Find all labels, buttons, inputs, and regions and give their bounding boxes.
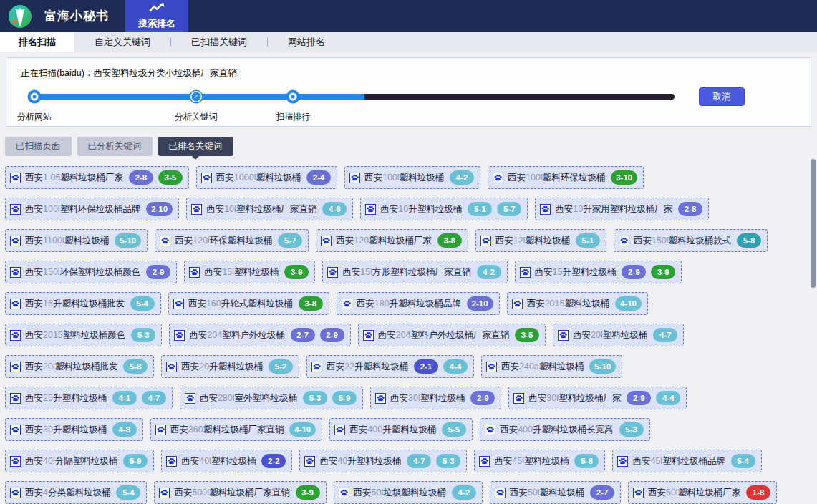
keyword-label: 西安40l分隔塑料垃圾桶 bbox=[25, 455, 117, 467]
keyword-tag[interactable]: 西安20l塑料垃圾桶 4-7 bbox=[553, 324, 684, 346]
rank-badge: 3-9 bbox=[296, 485, 320, 500]
progress-bar: ✓ bbox=[28, 94, 675, 100]
keyword-label: 西安20l塑料垃圾桶 bbox=[573, 329, 647, 341]
filter-ranked-keywords[interactable]: 已排名关键词 bbox=[158, 137, 233, 156]
rank-badges: 4-10 bbox=[288, 422, 316, 437]
keyword-tag[interactable]: 西安15升塑料垃圾桶 2-93-9 bbox=[515, 261, 682, 284]
keyword-tag[interactable]: 西安50l塑料垃圾桶 2-7 bbox=[490, 481, 621, 504]
tab-rank-scan[interactable]: 排名扫描 bbox=[0, 32, 74, 52]
paw-icon bbox=[349, 173, 360, 183]
keyword-label: 西安500l塑料垃圾桶厂家直销 bbox=[174, 487, 289, 499]
rank-badges: 4-8 bbox=[111, 422, 137, 437]
tab-scanned-keywords[interactable]: 已扫描关键词 bbox=[171, 32, 267, 52]
keyword-tag[interactable]: 西安280l室外塑料垃圾桶 5-35-9 bbox=[180, 387, 363, 410]
keyword-tag[interactable]: 西安120塑料垃圾桶厂家 3-8 bbox=[316, 229, 468, 252]
keyword-tag[interactable]: 西安12l塑料垃圾桶 5-1 bbox=[475, 229, 606, 252]
rank-badges: 5-2 bbox=[267, 359, 293, 374]
keyword-tag[interactable]: 西安15l塑料垃圾桶 3-9 bbox=[184, 261, 315, 284]
keyword-tag[interactable]: 西安150l环保塑料垃圾桶颜色 2-9 bbox=[5, 261, 177, 284]
keyword-label: 西安240a塑料垃圾桶 bbox=[501, 361, 584, 373]
tab-custom-keywords[interactable]: 自定义关键词 bbox=[74, 32, 170, 52]
step-label-analyze-site: 分析网站 bbox=[17, 111, 52, 123]
rank-badges: 4-14-7 bbox=[111, 391, 166, 405]
keyword-tag[interactable]: 西安1000l塑料垃圾桶 2-4 bbox=[196, 166, 337, 189]
keyword-tag[interactable]: 西安400升塑料垃圾桶长宽高 5-3 bbox=[480, 418, 649, 441]
rank-badge: 5-1 bbox=[576, 233, 600, 248]
keyword-tag[interactable]: 西安400升塑料垃圾桶 5-5 bbox=[329, 418, 473, 441]
keyword-tag[interactable]: 西安10升塑料垃圾桶 5-15-7 bbox=[360, 198, 528, 220]
filter-scanned-pages[interactable]: 已扫描页面 bbox=[5, 137, 72, 156]
keyword-tag[interactable]: 西安2015塑料垃圾桶颜色 5-3 bbox=[5, 324, 162, 346]
keyword-tag[interactable]: 西安120l环保塑料垃圾桶 5-7 bbox=[155, 229, 309, 252]
keyword-tag[interactable]: 西安25升塑料垃圾桶 4-14-7 bbox=[5, 387, 173, 410]
nav-tab-label: 搜索排名 bbox=[138, 17, 175, 30]
keyword-tag[interactable]: 西安100l塑料环保垃圾桶品牌 2-10 bbox=[5, 198, 179, 220]
keyword-tag[interactable]: 西安4分类塑料垃圾桶 5-4 bbox=[5, 481, 147, 504]
keyword-tag[interactable]: 西安22升塑料垃圾桶 2-14-4 bbox=[306, 355, 474, 378]
keyword-tag[interactable]: 西安40升塑料垃圾桶 4-75-3 bbox=[299, 450, 467, 472]
keyword-tag[interactable]: 西安360塑料垃圾桶厂家直销 4-10 bbox=[150, 418, 322, 441]
rank-badge: 2-7 bbox=[590, 485, 614, 500]
keyword-label: 西安40升塑料垃圾桶 bbox=[319, 455, 401, 467]
rank-badge: 2-9 bbox=[470, 391, 495, 405]
keyword-tag[interactable]: 西安30l塑料垃圾桶 2-9 bbox=[370, 387, 501, 410]
keyword-tag[interactable]: 西安204塑料户外垃圾桶厂家直销 3-5 bbox=[358, 324, 546, 346]
keyword-tag[interactable]: 西安160升轮式塑料垃圾桶 3-8 bbox=[168, 292, 329, 315]
nav-tab-search-ranking[interactable]: 搜索排名 bbox=[125, 0, 188, 32]
keyword-label: 西安15升塑料垃圾桶批发 bbox=[25, 298, 125, 310]
keyword-tag[interactable]: 西安20l塑料垃圾桶批发 5-8 bbox=[5, 355, 154, 378]
rank-badge: 4-4 bbox=[443, 359, 468, 374]
rank-badge: 3-8 bbox=[299, 296, 323, 311]
keyword-tag[interactable]: 西安50l垃圾塑料垃圾桶 4-2 bbox=[334, 481, 483, 504]
keyword-tag[interactable]: 西安45l塑料垃圾桶品牌 5-4 bbox=[612, 450, 761, 472]
rank-badge: 5-4 bbox=[731, 454, 755, 468]
keyword-tag[interactable]: 西安30升塑料垃圾桶 4-8 bbox=[5, 418, 143, 441]
tab-site-ranking[interactable]: 网站排名 bbox=[268, 32, 345, 52]
paw-icon bbox=[201, 173, 212, 183]
rank-badges: 5-5 bbox=[440, 422, 466, 437]
rank-badges: 2-4 bbox=[305, 170, 331, 185]
keyword-tag[interactable]: 西安100l塑料垃圾桶 4-2 bbox=[344, 166, 480, 189]
keyword-tag[interactable]: 西安30l塑料垃圾桶厂家 2-94-4 bbox=[508, 387, 687, 410]
rank-badge: 4-6 bbox=[322, 202, 347, 216]
paw-icon bbox=[619, 236, 629, 246]
keyword-row: 西安30升塑料垃圾桶 4-8 西安360塑料垃圾桶厂家直销 4-10 西安400… bbox=[0, 418, 817, 441]
rank-badges: 3-10 bbox=[609, 170, 637, 185]
keyword-tag[interactable]: 西安180升塑料垃圾桶品牌 2-10 bbox=[337, 292, 500, 315]
rank-badges: 2-9 bbox=[145, 265, 170, 279]
scrollbar-thumb[interactable] bbox=[811, 159, 816, 288]
cancel-button[interactable]: 取消 bbox=[699, 87, 745, 106]
filter-analyzed-keywords[interactable]: 已分析关键词 bbox=[77, 137, 153, 156]
keyword-label: 西安100l塑料环保垃圾桶 bbox=[508, 172, 605, 184]
keyword-tag[interactable]: 西安20升塑料垃圾桶 5-2 bbox=[161, 355, 299, 378]
keyword-tag[interactable]: 西安40l塑料垃圾桶 2-2 bbox=[161, 450, 292, 472]
keyword-tag[interactable]: 西安15升塑料垃圾桶批发 5-4 bbox=[5, 292, 161, 315]
keyword-tag[interactable]: 西安10l塑料垃圾桶厂家直销 4-6 bbox=[186, 198, 353, 220]
keyword-tag[interactable]: 西安500l塑料垃圾桶厂家直销 3-9 bbox=[154, 481, 326, 504]
keyword-label: 西安100l塑料垃圾桶 bbox=[364, 172, 444, 184]
paw-icon bbox=[540, 204, 551, 215]
keyword-tag[interactable]: 西安100l塑料环保垃圾桶 3-10 bbox=[488, 166, 644, 189]
keyword-row: 西安150l环保塑料垃圾桶颜色 2-9 西安15l塑料垃圾桶 3-9 西安15l… bbox=[0, 261, 817, 284]
keyword-tag[interactable]: 西安240a塑料垃圾桶 5-10 bbox=[481, 355, 622, 378]
keyword-tag[interactable]: 西安1100l塑料垃圾桶 5-10 bbox=[5, 229, 148, 252]
rank-badges: 5-8 bbox=[122, 359, 148, 374]
keyword-row: 西安1.05塑料垃圾桶厂家 2-83-5 西安1000l塑料垃圾桶 2-4 西安… bbox=[0, 166, 817, 189]
keyword-tag[interactable]: 西安1.05塑料垃圾桶厂家 2-83-5 bbox=[5, 166, 189, 189]
keyword-label: 西安400升塑料垃圾桶长宽高 bbox=[500, 424, 613, 436]
tab-strip: 排名扫描 自定义关键词 已扫描关键词 网站排名 bbox=[0, 32, 817, 52]
keyword-tag[interactable]: 西安45l塑料垃圾桶 5-8 bbox=[474, 450, 605, 472]
keyword-label: 西安45l塑料垃圾桶品牌 bbox=[632, 455, 725, 467]
keyword-label: 西安50l塑料垃圾桶厂家 bbox=[648, 487, 740, 499]
keyword-tag[interactable]: 西安150l塑料垃圾桶款式 5-8 bbox=[614, 229, 768, 252]
keyword-tag[interactable]: 西安15l方形塑料垃圾桶厂家直销 4-2 bbox=[322, 261, 507, 284]
keyword-tag[interactable]: 西安50l塑料垃圾桶厂家 1-8 bbox=[628, 481, 777, 504]
keyword-tag[interactable]: 西安40l分隔塑料垃圾桶 5-9 bbox=[5, 450, 154, 472]
paw-icon bbox=[479, 456, 490, 467]
rank-badge: 2-10 bbox=[146, 202, 173, 216]
keyword-tag[interactable]: 西安204塑料户外垃圾桶 2-72-9 bbox=[169, 324, 350, 346]
keyword-tag[interactable]: 西安10升家用塑料垃圾桶厂家 2-8 bbox=[535, 198, 709, 220]
keyword-tag[interactable]: 西安2015塑料垃圾桶 4-10 bbox=[507, 292, 648, 315]
rank-badge: 5-3 bbox=[436, 454, 460, 468]
keyword-label: 西安2015塑料垃圾桶 bbox=[527, 298, 609, 310]
